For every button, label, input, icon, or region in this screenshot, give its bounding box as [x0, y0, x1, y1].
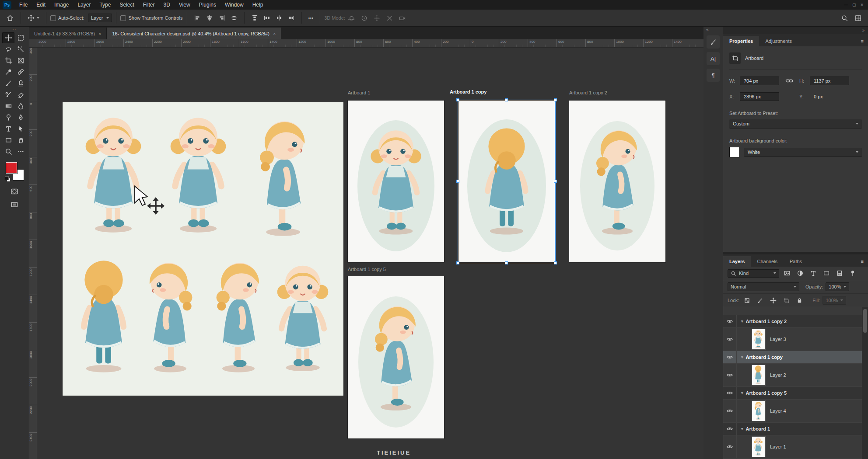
visibility-eye-icon[interactable] — [723, 351, 737, 363]
height-field[interactable]: 1137 px — [810, 76, 849, 85]
eraser-tool[interactable] — [14, 89, 27, 100]
path-selection-tool[interactable] — [14, 123, 27, 134]
menu-filter[interactable]: Filter — [139, 0, 159, 10]
horizontal-ruler[interactable]: 3000280026002400220020001800160014001200… — [37, 39, 704, 48]
menu-select[interactable]: Select — [115, 0, 138, 10]
layers-scrollbar[interactable] — [862, 307, 868, 459]
artboard-1[interactable] — [348, 101, 444, 262]
filter-type-layers-icon[interactable] — [808, 269, 819, 278]
artboard-1-copy[interactable] — [458, 101, 555, 262]
scrollbar-thumb[interactable] — [863, 309, 867, 333]
document-tab-untitled[interactable]: Untitled-1 @ 33.3% (RGB/8) × — [29, 28, 107, 39]
menu-image[interactable]: Image — [50, 0, 73, 10]
ruler-origin-corner[interactable] — [29, 39, 37, 48]
align-right-edges-button[interactable] — [216, 13, 228, 23]
panel-menu-icon[interactable]: ≡ — [857, 256, 868, 267]
lock-position-icon[interactable] — [768, 296, 778, 305]
layer-thumbnail[interactable] — [752, 329, 766, 350]
chevron-down-icon[interactable]: ▾ — [741, 427, 743, 431]
visibility-eye-icon[interactable] — [723, 435, 737, 458]
search-icon[interactable] — [841, 14, 848, 22]
x-field[interactable]: 2896 px — [740, 92, 779, 101]
move-tool[interactable] — [2, 32, 14, 43]
minimize-icon[interactable]: — — [844, 3, 848, 7]
menu-file[interactable]: File — [15, 0, 32, 10]
distribute-horizontal-centers-button[interactable] — [273, 13, 285, 23]
character-panel-icon[interactable]: A| — [707, 52, 720, 65]
quick-mask-icon[interactable] — [10, 188, 18, 195]
menu-edit[interactable]: Edit — [32, 0, 50, 10]
distribute-right-edges-button[interactable] — [285, 13, 298, 23]
width-field[interactable]: 704 px — [740, 76, 779, 85]
distribute-top-edges-button[interactable] — [248, 13, 261, 23]
chevron-down-icon[interactable]: ▾ — [741, 355, 743, 359]
artboard-1-copy-5[interactable] — [348, 276, 444, 438]
tab-layers[interactable]: Layers — [723, 256, 751, 267]
opacity-field[interactable]: 100% — [826, 282, 849, 291]
layer-name[interactable]: Layer 2 — [770, 372, 786, 378]
more-align-options-button[interactable]: ••• — [306, 14, 316, 22]
menu-plugins[interactable]: Plugins — [195, 0, 220, 10]
auto-select-checkbox[interactable] — [50, 15, 56, 21]
layer-group-row[interactable]: ▾ Artboard 1 — [723, 423, 868, 435]
tab-channels[interactable]: Channels — [751, 256, 783, 267]
maximize-icon[interactable]: ▢ — [852, 3, 856, 7]
menu-type[interactable]: Type — [95, 0, 115, 10]
dodge-tool[interactable] — [2, 112, 14, 123]
home-button[interactable] — [4, 12, 17, 24]
chevron-down-icon[interactable]: ▾ — [741, 391, 743, 395]
layer-group-row[interactable]: ▾ Artboard 1 copy 2 — [723, 315, 868, 328]
layer-thumbnail[interactable] — [752, 436, 766, 457]
filter-smart-objects-icon[interactable] — [834, 269, 845, 278]
reference-image-layer[interactable] — [63, 102, 343, 396]
visibility-eye-icon[interactable] — [723, 364, 737, 386]
close-icon[interactable]: × — [98, 31, 101, 36]
edit-toolbar-icon[interactable] — [14, 146, 27, 157]
filter-adjustment-layers-icon[interactable] — [795, 269, 805, 278]
artboard-bg-color-dropdown[interactable]: White — [744, 148, 862, 157]
panel-menu-icon[interactable]: ≡ — [857, 36, 868, 46]
screen-mode-icon[interactable] — [10, 201, 18, 209]
layer-thumbnail[interactable] — [752, 400, 766, 421]
lock-image-pixels-icon[interactable] — [755, 296, 765, 305]
menu-view[interactable]: View — [175, 0, 195, 10]
blur-tool[interactable] — [14, 101, 27, 111]
visibility-eye-icon[interactable] — [723, 400, 737, 422]
layer-name[interactable]: Layer 3 — [770, 337, 786, 342]
zoom-tool[interactable] — [2, 146, 14, 157]
brush-tool[interactable] — [2, 78, 14, 89]
menu-3d[interactable]: 3D — [159, 0, 174, 10]
document-tab-character-design[interactable]: 16- Consistent Character design.psd @ 40… — [107, 28, 281, 39]
layer-row[interactable]: Layer 4 — [723, 400, 868, 423]
tab-adjustments[interactable]: Adjustments — [759, 36, 798, 46]
close-icon[interactable]: × — [273, 31, 276, 36]
vertical-ruler[interactable]: 4002000200400600800100012001400160018002… — [29, 47, 37, 459]
layer-name[interactable]: Layer 4 — [770, 408, 786, 414]
layer-filter-search[interactable]: Kind — [728, 269, 779, 278]
artboard-1-copy-2-label[interactable]: Artboard 1 copy 2 — [569, 90, 607, 95]
layer-group-row[interactable]: ▾ Artboard 1 copy 5 — [723, 387, 868, 400]
eyedropper-tool[interactable] — [2, 66, 14, 77]
lock-all-icon[interactable] — [794, 296, 805, 305]
rectangle-tool[interactable] — [2, 135, 14, 146]
menu-help[interactable]: Help — [248, 0, 268, 10]
lock-artboard-nesting-icon[interactable] — [781, 296, 791, 305]
artboard-bg-color-swatch[interactable] — [729, 147, 740, 157]
photoshop-logo[interactable]: Ps — [3, 1, 11, 9]
hand-tool[interactable] — [14, 135, 27, 146]
tab-properties[interactable]: Properties — [723, 36, 759, 46]
artboard-1-copy-2[interactable] — [569, 101, 665, 262]
marquee-tool[interactable] — [14, 32, 27, 43]
pen-tool[interactable] — [14, 112, 27, 123]
foreground-color-swatch[interactable] — [6, 162, 17, 174]
show-transform-controls-checkbox[interactable] — [120, 15, 126, 21]
layer-row[interactable]: Layer 2 — [723, 364, 868, 387]
clone-stamp-tool[interactable] — [14, 78, 27, 89]
canvas-viewport[interactable]: 3000280026002400220020001800160014001200… — [29, 39, 704, 459]
filter-shape-layers-icon[interactable] — [821, 269, 832, 278]
artboard-preset-dropdown[interactable]: Custom — [729, 119, 862, 129]
layer-thumbnail[interactable] — [752, 365, 766, 386]
align-horizontal-centers-button[interactable] — [203, 13, 216, 23]
quick-selection-tool[interactable] — [14, 44, 27, 55]
type-tool[interactable] — [2, 123, 14, 134]
